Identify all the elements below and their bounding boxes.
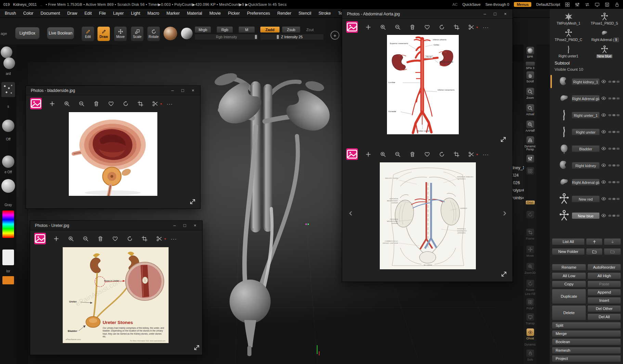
menu-item-color[interactable]: Color <box>23 11 34 16</box>
photo-thumbnail-button[interactable] <box>346 21 358 33</box>
tool-thumb-tpose2[interactable]: TPose2_PM3D_C <box>551 26 586 42</box>
subtool-toggle-icons[interactable] <box>608 81 620 83</box>
rotate-photo-button[interactable] <box>125 234 134 243</box>
more-options-button[interactable]: ··· <box>481 23 490 31</box>
aahalf-button[interactable]: AAHalf <box>524 120 536 132</box>
frame-button[interactable]: Frame <box>524 228 536 240</box>
add-photo-button[interactable] <box>48 99 56 108</box>
add-photo-button[interactable] <box>52 234 61 243</box>
all-low-button[interactable]: All Low <box>552 272 586 279</box>
slider-handle[interactable] <box>277 35 279 39</box>
bladder-anatomy-image[interactable] <box>69 112 157 196</box>
tool-thumb-ureter[interactable]: Right ureter1 <box>551 42 586 58</box>
more-options-button[interactable]: ··· <box>165 99 174 108</box>
duplicate-button[interactable]: Duplicate <box>552 289 586 304</box>
subtool-toggle-icons[interactable] <box>608 198 620 200</box>
subtool-toggle-icons[interactable] <box>608 131 620 133</box>
dynamic-persp-button[interactable]: Dynamic Persp <box>524 136 536 151</box>
z-intensity-slider[interactable]: Z Intensity 25 <box>260 34 324 40</box>
visibility-eye-icon[interactable] <box>601 96 606 101</box>
menu-item-light[interactable]: Light <box>131 11 140 16</box>
maximize-button[interactable]: □ <box>178 88 188 93</box>
folder-button[interactable] <box>604 248 621 255</box>
rgb-button[interactable]: Rgb <box>217 26 233 33</box>
subtool-header[interactable]: Subtool <box>555 60 570 66</box>
photo-thumbnail-button[interactable] <box>34 233 46 244</box>
del-other-button[interactable]: Del Other <box>587 305 621 312</box>
menu-item-render[interactable]: Render <box>277 11 291 16</box>
new-folder-button[interactable]: New Folder <box>552 248 585 255</box>
add-photo-button[interactable] <box>364 23 373 31</box>
see-through-control[interactable]: See-through 0 <box>485 2 509 6</box>
visibility-eye-icon[interactable] <box>601 112 606 118</box>
floor-button[interactable] <box>524 167 536 175</box>
lightbox-button[interactable]: LightBox <box>15 27 40 39</box>
next-photo-button[interactable]: › <box>503 207 506 218</box>
grid-icon[interactable] <box>565 2 570 7</box>
color-swatch-orange[interactable] <box>2 276 14 284</box>
menu-item-brush[interactable]: Brush <box>5 11 16 16</box>
merge-button[interactable]: Merge <box>552 330 621 337</box>
subtool-item[interactable]: New blue <box>550 207 622 224</box>
window-titlebar[interactable]: Photos - Ureter.jpg – □ × <box>30 221 202 230</box>
visibility-eye-icon[interactable] <box>601 129 606 134</box>
crop-button[interactable] <box>140 234 149 243</box>
all-high-button[interactable]: All High <box>587 272 621 279</box>
photo-window-ureter[interactable]: Photos - Ureter.jpg – □ × ▾ ··· <box>30 220 203 355</box>
sliders-icon[interactable] <box>575 2 580 7</box>
menu-item-draw[interactable]: Draw <box>67 11 77 16</box>
favorite-button[interactable] <box>106 99 115 108</box>
stroke-thumb[interactable] <box>1 82 15 97</box>
autoreorder-button[interactable]: AutoReorder <box>587 264 621 271</box>
append-button[interactable]: Append <box>587 289 621 296</box>
move-subtool-down-button[interactable] <box>604 238 621 245</box>
lock-icon[interactable] <box>614 2 620 7</box>
minimize-button[interactable]: – <box>169 223 180 228</box>
rotate-photo-button[interactable] <box>437 23 446 31</box>
more-options-button[interactable]: ··· <box>169 234 178 243</box>
gxyz-button[interactable]: Gxyz <box>524 200 536 205</box>
list-all-button[interactable]: List All <box>552 238 585 245</box>
ghost-button[interactable]: Ghost <box>524 328 536 340</box>
subtool-item[interactable]: Right Adrenal gland_1 <box>550 90 622 106</box>
visibility-eye-icon[interactable] <box>601 79 606 84</box>
insert-button[interactable]: Insert <box>587 297 621 304</box>
menu-item-layer[interactable]: Layer <box>113 11 124 16</box>
bpr-button[interactable]: BPR <box>524 46 536 58</box>
move-nav-button[interactable]: Move <box>524 245 536 257</box>
ureter-stones-image[interactable]: Ureter Bladder Stone in Ureter Ureter St… <box>63 247 169 343</box>
color-swatch-white[interactable] <box>2 250 14 265</box>
dynamic-button[interactable]: Dynamic <box>524 343 536 346</box>
more-options-button[interactable]: ··· <box>481 150 490 159</box>
subtool-toggle-icons[interactable] <box>608 164 620 166</box>
rotate-photo-button[interactable] <box>121 99 130 108</box>
save-disk-icon[interactable] <box>605 2 610 7</box>
subtool-toggle-icons[interactable] <box>608 148 620 150</box>
photo-thumbnail-button[interactable] <box>346 148 358 160</box>
remesh-button[interactable]: Remesh <box>552 347 621 354</box>
visibility-eye-icon[interactable] <box>601 213 606 218</box>
project-button[interactable]: Project <box>552 355 621 362</box>
subtool-item[interactable]: Right kidney <box>550 157 622 173</box>
draw-mode-button[interactable]: Draw <box>97 26 110 41</box>
texture-thumb[interactable] <box>2 156 14 168</box>
subtool-toggle-icons[interactable] <box>608 97 620 99</box>
slider-handle[interactable] <box>255 35 257 39</box>
folder-up-button[interactable] <box>586 248 602 255</box>
crop-button[interactable] <box>452 150 461 159</box>
zoom-in-button[interactable] <box>378 150 387 159</box>
subtool-toggle-icons[interactable] <box>608 114 620 116</box>
photo-window-abdominal-aorta[interactable]: Photos - Abdominal Aorta.jpg – □ × ▾ ··· <box>342 9 513 282</box>
zoom-button[interactable]: Zoom <box>524 87 536 99</box>
current-brush-sphere[interactable] <box>181 27 193 40</box>
delete-photo-button[interactable] <box>96 234 105 243</box>
menu-item-picker[interactable]: Picker <box>228 11 240 16</box>
visibility-eye-icon[interactable] <box>601 196 606 201</box>
window-titlebar[interactable]: Photos - bladderside.jpg – □ × <box>26 86 200 95</box>
line-fill-button[interactable]: Line Fill <box>524 293 536 296</box>
favorite-button[interactable] <box>423 23 431 31</box>
zoom3d-button[interactable]: Zoom3D <box>524 262 536 274</box>
brush-thumb[interactable] <box>1 46 12 58</box>
m-button[interactable]: M <box>238 26 255 33</box>
live-boolean-button[interactable]: Live Boolean <box>47 27 74 39</box>
